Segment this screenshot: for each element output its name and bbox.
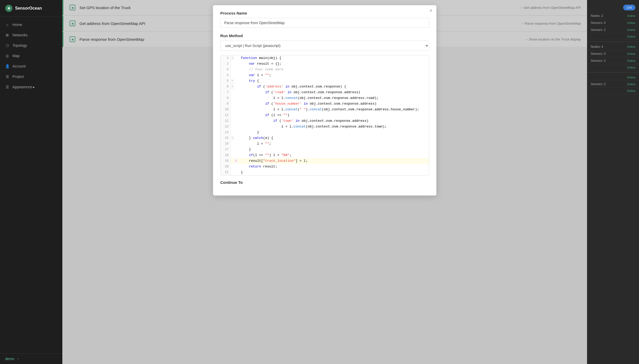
line-indicator: i <box>234 158 238 164</box>
sidebar-logo: ⊛ SensorOcean <box>0 0 62 17</box>
code-line: 15▾ } catch(e) { <box>221 135 429 141</box>
code-line: 18 if(l == "") l = "NA"; <box>221 152 429 158</box>
right-row: Online <box>587 33 639 40</box>
sidebar-item-account[interactable]: 👤 Account <box>0 61 62 71</box>
sidebar-nav: ⌂ Home ⊞ Networks ⬡ Topology ◎ Map 👤 Acc… <box>0 17 62 353</box>
line-content: } <box>238 130 429 135</box>
continue-to-section: Continue To <box>220 176 429 188</box>
right-row-label: Nodes: 4 <box>591 45 603 49</box>
topology-icon: ⬡ <box>5 43 9 48</box>
line-content: l = ""; <box>238 141 429 147</box>
right-row: Online <box>587 64 639 71</box>
line-number: 15 <box>221 135 231 141</box>
right-row-status: Online <box>627 14 635 17</box>
footer-arrow-icon: → <box>16 357 19 361</box>
line-fold-icon: ▾ <box>231 84 234 90</box>
sidebar-item-home[interactable]: ⌂ Home <box>0 19 62 30</box>
code-line: 10 l = l.concat(" ").concat(obj.context.… <box>221 107 429 112</box>
appearance-icon: ☰ <box>5 85 9 89</box>
sidebar-item-map[interactable]: ◎ Map <box>0 51 62 61</box>
code-line: 6▾ if ('address' in obj.context.osm.resp… <box>221 84 429 90</box>
sidebar-item-topology[interactable]: ⬡ Topology <box>0 40 62 51</box>
project-icon: ☰ <box>5 75 9 79</box>
code-line: 7 if ('road' in obj.context.osm.response… <box>221 90 429 95</box>
right-row: Nodes: 2 Online <box>587 12 639 19</box>
line-number: 6 <box>221 84 231 90</box>
line-number: 7 <box>221 90 231 95</box>
right-row-status: Online <box>627 89 635 92</box>
line-number: 18 <box>221 152 231 158</box>
line-content: l = l.concat(obj.context.osm.response.ad… <box>238 95 429 101</box>
code-lines: 1▾function main(obj) {2 var result = {};… <box>221 55 429 175</box>
modal-close-button[interactable]: × <box>429 8 432 13</box>
code-editor[interactable]: 1▾function main(obj) {2 var result = {};… <box>220 55 429 176</box>
right-divider <box>587 42 639 42</box>
line-number: 4 <box>221 72 231 78</box>
sidebar-item-label: Home <box>12 23 22 27</box>
sidebar-item-project[interactable]: ☰ Project <box>0 71 62 82</box>
code-line: 21 } <box>221 170 429 175</box>
line-number: 3 <box>221 67 231 72</box>
sidebar-item-label: Map <box>12 54 19 58</box>
line-number: 14 <box>221 130 231 135</box>
code-line: 16 l = ""; <box>221 141 429 147</box>
code-line: 3 // Your code here <box>221 67 429 72</box>
code-line: 11 if (l == "") <box>221 112 429 118</box>
code-line: 5▾ try { <box>221 78 429 84</box>
code-line: 4 var l = ""; <box>221 72 429 78</box>
continue-to-label: Continue To <box>220 180 429 185</box>
right-row-label: Sensors: 2 <box>591 59 605 63</box>
process-name-label: Process Name <box>220 11 429 15</box>
right-row-status: Online <box>627 59 635 62</box>
line-content: result["truck_location"] = l; <box>238 158 429 164</box>
line-number: 10 <box>221 107 231 112</box>
line-number: 19 <box>221 158 231 164</box>
line-number: 11 <box>221 112 231 118</box>
right-row: Online <box>587 88 639 94</box>
line-number: 12 <box>221 118 231 124</box>
logo-icon: ⊛ <box>5 5 12 12</box>
line-content: return result; <box>238 164 429 170</box>
right-row-status: Online <box>627 66 635 69</box>
right-row-status: Online <box>627 76 635 79</box>
line-number: 2 <box>221 61 231 67</box>
right-row: Sensors: 2 Online <box>587 81 639 88</box>
modal-overlay: × Process Name Run Method use_script | R… <box>62 0 587 364</box>
code-line: 9 if ('house_number' in obj.context.osm.… <box>221 101 429 107</box>
right-row-label: Sensors: 0 <box>591 52 605 56</box>
right-row-status: Online <box>627 21 635 24</box>
home-icon: ⌂ <box>5 23 9 27</box>
right-row-label: Sensors: 0 <box>591 21 605 25</box>
sidebar-item-label: Project <box>12 75 24 79</box>
code-line: 20 return result; <box>221 164 429 170</box>
line-number: 1 <box>221 55 231 61</box>
list-toggle-button[interactable]: List <box>623 5 635 10</box>
sidebar-item-networks[interactable]: ⊞ Networks <box>0 30 62 40</box>
line-fold-icon: ▾ <box>231 55 234 61</box>
sidebar-item-appearance[interactable]: ☰ Appearence ▸ <box>0 82 62 92</box>
run-method-select[interactable]: use_script | Run Script (javascript) <box>220 41 429 51</box>
sidebar-footer[interactable]: demo → <box>0 353 62 364</box>
right-section-3: Online Sensors: 2 Online Online <box>587 74 639 94</box>
sidebar-item-label: Networks <box>12 33 28 37</box>
map-icon: ◎ <box>5 54 9 58</box>
code-line: 19 i result["truck_location"] = l; <box>221 158 429 164</box>
line-content: if (l == "") <box>238 112 429 118</box>
line-content: if ('house_number' in obj.context.osm.re… <box>238 101 429 107</box>
line-content: var l = ""; <box>238 72 429 78</box>
line-number: 17 <box>221 147 231 152</box>
run-method-label: Run Method <box>220 33 429 38</box>
right-row-status: Online <box>627 52 635 55</box>
right-panel: List Nodes: 2 Online Sensors: 0 Online S… <box>587 0 639 364</box>
line-content: } <box>238 170 429 175</box>
line-content: l = l.concat(" ").concat(obj.context.osm… <box>238 107 429 112</box>
sidebar-item-label: Topology <box>12 43 27 48</box>
right-row: Sensors: 0 Online <box>587 19 639 26</box>
right-section-2: Nodes: 4 Online Sensors: 0 Online Sensor… <box>587 43 639 71</box>
line-content: function main(obj) { <box>238 55 429 61</box>
sidebar: ⊛ SensorOcean ⌂ Home ⊞ Networks ⬡ Topolo… <box>0 0 62 364</box>
right-row-label: Nodes: 2 <box>591 14 603 18</box>
process-name-input[interactable] <box>220 18 429 28</box>
right-row-status: Online <box>627 28 635 31</box>
right-row-label: Sensors: 2 <box>591 28 605 32</box>
